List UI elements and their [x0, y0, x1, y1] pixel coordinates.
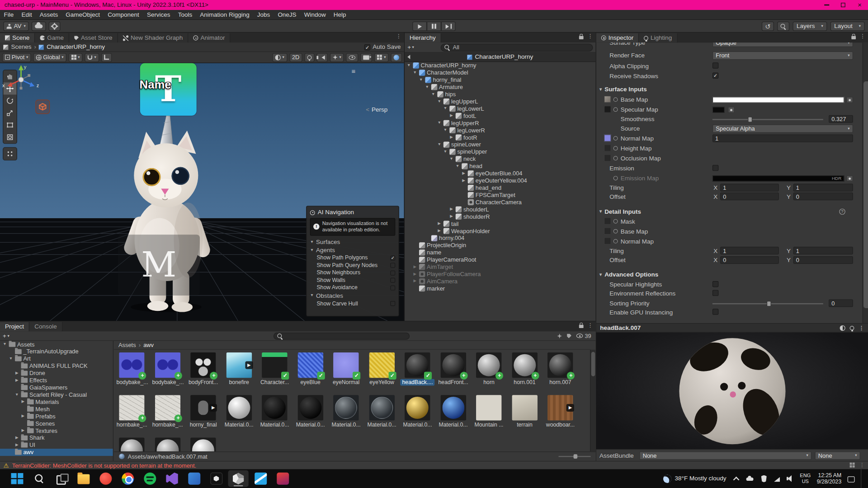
kebab-menu-icon[interactable]: ⋮ [587, 34, 593, 39]
foldout-arrow[interactable]: ▼ [310, 239, 314, 244]
emission-color-swatch[interactable]: HDR [712, 175, 844, 181]
foldout-arrow[interactable]: ▶ [461, 178, 466, 183]
progress-icon[interactable] [850, 463, 855, 468]
object-picker-icon[interactable] [613, 156, 618, 160]
taskbar-blue-app-button[interactable] [184, 470, 204, 487]
inspector-tab-lighting[interactable]: Lighting [639, 33, 677, 42]
hierarchy-item-armature[interactable]: ▼Armature [405, 84, 595, 91]
tiling-y-field[interactable]: 1 [793, 184, 853, 192]
snap-settings-dropdown[interactable]: ▾ [85, 53, 99, 62]
breadcrumb-prefab[interactable]: CharacterURP_horny [47, 43, 105, 51]
back-arrow-icon[interactable] [407, 55, 410, 59]
lock-icon[interactable] [579, 325, 584, 328]
checkbox[interactable]: ✓ [390, 256, 395, 261]
asset-character[interactable]: ✓Character... [258, 352, 292, 395]
material-preview[interactable] [596, 333, 868, 449]
hierarchy-item-footl[interactable]: ▶footL [405, 113, 595, 120]
foldout-arrow[interactable]: ▶ [461, 171, 466, 176]
hierarchy-item-spinelower[interactable]: ▼spineLower [405, 141, 595, 148]
foldout-arrow[interactable]: ▶ [412, 272, 417, 277]
foldout-arrow[interactable]: ▼ [437, 121, 442, 125]
object-picker-icon[interactable] [613, 107, 618, 112]
foldout-arrow[interactable]: ▼ [425, 85, 429, 89]
foldout-arrow[interactable]: ▶ [449, 207, 454, 211]
help-icon[interactable]: ? [839, 209, 845, 215]
scene-visibility-toggle[interactable] [346, 53, 359, 62]
ai-nav-item-show-walls[interactable]: Show Walls [310, 277, 396, 284]
breadcrumb-scenes[interactable]: Scenes [11, 43, 31, 51]
asset-bodybake[interactable]: +bodybake_... [151, 352, 185, 395]
object-picker-icon[interactable] [613, 176, 618, 180]
hierarchy-item-legupperr[interactable]: ▼legUpperR [405, 119, 595, 127]
asset-eyenormal[interactable]: ✓eyeNormal [329, 352, 363, 395]
taskbar-red-app-button[interactable] [272, 470, 292, 487]
hierarchy-item-aimcamera[interactable]: ▶AimCamera [405, 278, 595, 285]
hierarchy-item-hips[interactable]: ▼hips [405, 91, 595, 98]
inspector-tab-inspector[interactable]: Inspector [596, 33, 639, 42]
asset-material-0[interactable]: Material.0... [329, 395, 363, 437]
menu-services[interactable]: Services [143, 10, 174, 19]
object-picker-icon[interactable] [613, 146, 618, 150]
maximize-button[interactable] [835, 0, 852, 10]
orientation-gizmo[interactable]: y x z [0, 63, 42, 104]
foldout-arrow[interactable]: ▶ [437, 229, 442, 233]
ai-nav-item-show-carve-hull[interactable]: Show Carve Hull [310, 300, 396, 308]
assetbundle-dropdown[interactable]: None▾ [639, 451, 811, 460]
layers-dropdown[interactable]: Layers▾ [793, 22, 827, 31]
slider-knob[interactable] [748, 117, 752, 122]
global-dropdown[interactable]: Global▾ [33, 53, 66, 62]
foldout-arrow[interactable]: ▼ [437, 142, 442, 147]
slider-knob[interactable] [573, 454, 577, 459]
foldout-arrow[interactable]: ▶ [20, 399, 25, 404]
cloud-services-button[interactable] [32, 22, 46, 31]
foldout-arrow[interactable]: ▼ [14, 393, 19, 397]
advanced-options-header[interactable]: ▼ Advanced Options [596, 271, 860, 280]
sorting-priority-field[interactable]: 0 [829, 299, 853, 307]
smoothness-source-dropdown[interactable]: Specular Alpha▾ [712, 125, 853, 133]
object-picker-icon[interactable] [613, 219, 618, 223]
lock-icon[interactable] [579, 36, 584, 39]
taskbar-spotify-button[interactable] [140, 470, 160, 487]
hierarchy-item-neck[interactable]: ▼neck [405, 155, 595, 163]
hierarchy-item-spineupper[interactable]: ▼spineUpper [405, 148, 595, 155]
folder-drone[interactable]: ▶Drone [0, 370, 113, 377]
hierarchy-item-marker[interactable]: marker [405, 285, 595, 292]
gpu-instancing-checkbox[interactable] [712, 309, 718, 314]
menu-window[interactable]: Window [300, 10, 330, 19]
prefab-mode-header[interactable]: CharacterURP_horny [405, 52, 595, 62]
asset-material-0[interactable]: Material.0... [401, 395, 435, 437]
inspector-scrollbar[interactable] [863, 42, 868, 323]
ai-nav-group-agents[interactable]: ▼Agents [310, 246, 396, 254]
show-desktop-button[interactable] [861, 469, 863, 488]
offset-x-field[interactable]: 0 [720, 192, 779, 200]
asset-terrain[interactable]: terrain [508, 395, 542, 437]
hierarchy-item-eyeouterblue-004[interactable]: ▶eyeOuterBlue.004 [405, 170, 595, 177]
specular-color-swatch[interactable] [712, 107, 725, 113]
normal-map-thumbnail[interactable] [604, 135, 611, 142]
color-picker-button[interactable] [846, 175, 853, 181]
hierarchy-item-head[interactable]: ▼head [405, 163, 595, 170]
asset-eyeblue[interactable]: ✓eyeBlue [293, 352, 328, 395]
asset-eyeyellow[interactable]: ✓eyeYellow [365, 352, 399, 395]
foldout-arrow[interactable]: ▶ [412, 265, 417, 269]
asset-hornbake[interactable]: +hornbake_... [151, 395, 185, 437]
overlay-menu-icon[interactable]: ≡ [352, 67, 356, 75]
asset-horn-007[interactable]: +horn.007 [543, 352, 578, 395]
folder-mesh[interactable]: Mesh [0, 406, 113, 413]
menu-component[interactable]: Component [104, 10, 143, 19]
scene-viewport[interactable]: ≡ y x z < Persp [0, 63, 404, 321]
folder-effects[interactable]: ▶Effects [0, 377, 113, 384]
taskbar-unity-hub-button[interactable] [206, 470, 226, 487]
checkbox[interactable] [390, 263, 395, 268]
detail-base-map-thumbnail[interactable] [604, 227, 611, 235]
foldout-arrow[interactable]: ▼ [437, 99, 442, 104]
ai-nav-item-show-avoidance[interactable]: Show Avoidance [310, 284, 396, 292]
object-picker-icon[interactable] [613, 239, 618, 243]
view-tab-animator[interactable]: Animator [189, 33, 231, 42]
specular-highlights-checkbox[interactable] [712, 281, 718, 287]
foldout-arrow[interactable]: ▼ [443, 106, 448, 111]
transform-tool-button[interactable] [3, 131, 16, 143]
hierarchy-search-input[interactable]: All [441, 43, 593, 51]
hidden-packages-count[interactable]: 39 [576, 333, 591, 339]
hierarchy-item-weaponholder[interactable]: ▶WeaponHolder [405, 227, 595, 235]
